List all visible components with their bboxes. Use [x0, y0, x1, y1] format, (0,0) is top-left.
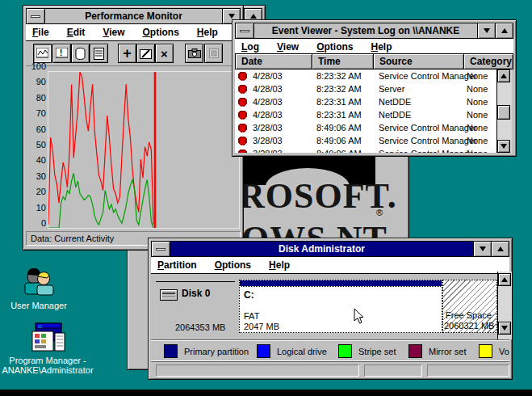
stop-icon [238, 150, 247, 154]
statusbar-panel [364, 364, 422, 377]
stop-icon [238, 72, 247, 81]
partition-c[interactable]: C: FAT 2047 MB [239, 280, 442, 333]
menu-help[interactable]: Help [269, 259, 290, 271]
column-header-category[interactable]: Category [464, 53, 513, 70]
free-space-label: Free Space [446, 310, 492, 320]
partition-filesystem: FAT [244, 311, 259, 321]
svg-text:C:: C: [38, 324, 43, 329]
statusbar-panel [427, 364, 509, 377]
disk-view: Disk 0 2064353 MB C: FAT 2047 MB Free Sp… [151, 273, 511, 338]
disk-administrator-window: Disk Administrator Partition Options Hel… [148, 238, 513, 380]
column-header-date[interactable]: Date [235, 53, 312, 70]
minimize-icon [484, 28, 490, 33]
program-manager-icon: C: [29, 322, 66, 354]
disk-size: 2064353 MB [175, 322, 225, 332]
menu-help[interactable]: Help [371, 41, 392, 53]
maximize-button[interactable] [495, 23, 513, 38]
performance-monitor-titlebar[interactable]: Performance Monitor [26, 8, 241, 24]
chart-plot-area [48, 71, 240, 229]
event-row[interactable]: 4/28/03 8:23:32 AM Service Control Manag… [235, 70, 496, 82]
minimize-icon [480, 246, 486, 251]
modify-counter-button[interactable] [136, 44, 155, 63]
control-menu-button[interactable] [152, 242, 170, 256]
free-space-region[interactable]: Free Space 2060321 MB [442, 280, 497, 333]
stop-icon [238, 85, 247, 94]
chart-canvas [48, 72, 239, 228]
disk-administrator-titlebar[interactable]: Disk Administrator [151, 241, 509, 257]
event-viewer-column-headers: Date Time Source Category [235, 53, 513, 70]
registered-mark: ® [376, 208, 383, 217]
event-row[interactable]: 3/28/03 8:49:06 AM Service Control Manag… [235, 147, 496, 153]
desktop-icon-user-manager[interactable]: User Manager [0, 268, 77, 310]
maximize-button[interactable] [491, 242, 509, 256]
column-header-time[interactable]: Time [312, 53, 374, 70]
menu-log[interactable]: Log [241, 41, 259, 53]
menu-help[interactable]: Help [197, 27, 218, 38]
desktop-icon-program-manager[interactable]: C: Program Manager - ANANKE\Administrato… [0, 322, 108, 375]
partition-size: 2047 MB [244, 322, 279, 331]
maximize-icon [501, 28, 508, 33]
window-title: Performance Monitor [45, 9, 222, 23]
performance-monitor-toolbar: ! + × [26, 41, 241, 66]
event-row[interactable]: 3/28/03 8:49:06 AM Service Control Manag… [235, 134, 496, 147]
scroll-up-button[interactable] [498, 273, 511, 286]
scrollbar-thumb[interactable] [497, 105, 510, 120]
mouse-cursor [354, 309, 364, 325]
legend-item: Logical drive [257, 344, 327, 358]
svg-text:!: ! [60, 48, 62, 57]
legend-item: Stripe set [338, 344, 396, 358]
stop-icon [238, 137, 247, 145]
legend-item: Primary partition [164, 344, 249, 358]
desktop-icon-label: Program Manager - [0, 356, 108, 365]
snapshot-button[interactable] [185, 44, 203, 63]
disk-view-scrollbar[interactable] [497, 272, 512, 339]
delete-counter-button[interactable]: × [155, 44, 174, 63]
free-space-size: 2060321 MB [444, 321, 494, 331]
legend-swatch-volume-set [479, 344, 492, 358]
scroll-down-icon [501, 144, 507, 149]
disk-administrator-menubar: Partition Options Help [151, 257, 509, 274]
event-row[interactable]: 4/28/03 8:23:32 AM Server None [235, 82, 496, 95]
add-counter-button[interactable]: + [118, 44, 136, 63]
event-list-scrollbar[interactable] [496, 70, 512, 153]
status-text: Data: Current Activity [31, 234, 114, 243]
menu-file[interactable]: File [32, 27, 49, 38]
legend-item: Volume set [479, 344, 509, 358]
scroll-down-button[interactable] [497, 140, 510, 153]
maximize-icon [497, 246, 504, 251]
event-viewer-titlebar[interactable]: Event Viewer - System Log on \\ANANKE [235, 23, 513, 39]
control-menu-button[interactable] [27, 9, 45, 23]
minimize-icon [228, 14, 235, 19]
report-view-button[interactable] [90, 44, 108, 63]
partition-legend: Primary partition Logical drive Stripe s… [151, 339, 509, 362]
control-menu-icon [156, 248, 165, 251]
export-button[interactable] [204, 44, 223, 63]
statusbar-panel [156, 364, 359, 377]
scroll-down-button[interactable] [498, 322, 511, 335]
log-view-button[interactable] [71, 44, 90, 63]
menu-options[interactable]: Options [143, 27, 179, 38]
desktop-icon-label: User Manager [0, 301, 77, 310]
menu-view[interactable]: View [277, 41, 299, 53]
minimize-button[interactable] [473, 242, 491, 256]
menu-options[interactable]: Options [316, 41, 353, 53]
column-header-source[interactable]: Source [374, 53, 464, 70]
menu-edit[interactable]: Edit [67, 27, 86, 38]
event-row[interactable]: 4/28/03 8:23:31 AM NetDDE None [235, 108, 496, 121]
chart-y-axis: 100 90 80 70 60 50 40 30 20 10 0 [25, 61, 46, 228]
event-row[interactable]: 3/28/03 8:49:06 AM Service Control Manag… [235, 121, 496, 134]
chart-view-button[interactable] [33, 44, 52, 63]
minimize-button[interactable] [477, 23, 495, 38]
stop-icon [238, 98, 247, 107]
menu-options[interactable]: Options [215, 259, 251, 271]
menu-partition[interactable]: Partition [157, 259, 197, 271]
event-row[interactable]: 4/28/03 8:23:31 AM NetDDE None [235, 95, 496, 108]
legend-swatch-mirror-set [408, 344, 422, 358]
disk-separator [156, 281, 235, 282]
scroll-up-button[interactable] [497, 70, 510, 82]
alert-view-button[interactable]: ! [52, 44, 71, 63]
menu-view[interactable]: View [103, 27, 124, 38]
control-menu-button[interactable] [236, 23, 254, 38]
partition-color-strip [240, 280, 442, 287]
user-manager-icon [21, 268, 57, 299]
